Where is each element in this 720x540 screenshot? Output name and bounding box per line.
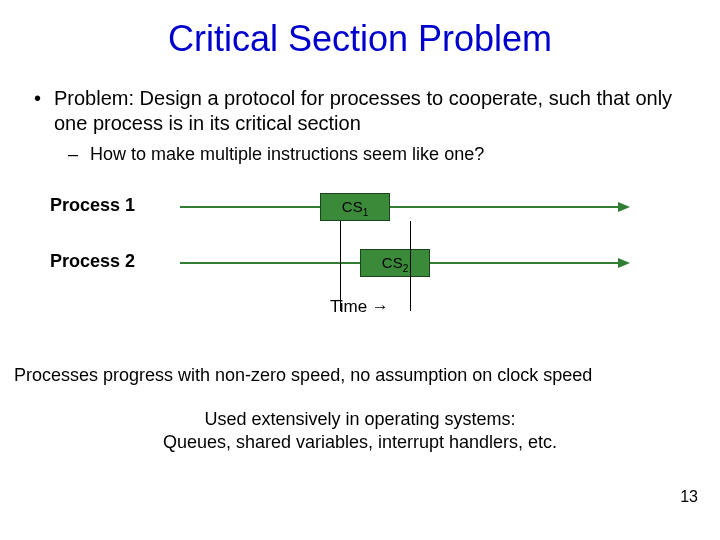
- footnote-2: Used extensively in operating systems: Q…: [0, 408, 720, 453]
- process1-arrowhead-icon: [618, 202, 630, 212]
- sub-bullet-text: How to make multiple instructions seem l…: [90, 144, 484, 165]
- cs2-box: CS2: [360, 249, 430, 277]
- cs1-label: CS: [342, 198, 363, 215]
- slide-title: Critical Section Problem: [0, 18, 720, 60]
- footnote-1: Processes progress with non-zero speed, …: [0, 365, 720, 386]
- page-number: 13: [680, 488, 698, 506]
- bullet-text: Problem: Design a protocol for processes…: [54, 86, 692, 136]
- process1-timeline: [180, 206, 620, 208]
- slide-body: • Problem: Design a protocol for process…: [0, 60, 720, 165]
- cs2-subscript: 2: [403, 263, 409, 274]
- time-axis-label: Time →: [330, 297, 389, 317]
- bullet-marker: •: [28, 86, 54, 111]
- process2-arrowhead-icon: [618, 258, 630, 268]
- process1-label: Process 1: [50, 195, 135, 216]
- process2-label: Process 2: [50, 251, 135, 272]
- footnote-2-line2: Queues, shared variables, interrupt hand…: [0, 431, 720, 454]
- sub-bullet-item: – How to make multiple instructions seem…: [28, 144, 692, 165]
- bullet-item: • Problem: Design a protocol for process…: [28, 86, 692, 136]
- cs2-label: CS: [382, 254, 403, 271]
- guide-line-2: [410, 221, 411, 311]
- cs1-subscript: 1: [363, 207, 369, 218]
- timeline-diagram: Process 1 CS1 Process 2 CS2 Time →: [40, 191, 680, 351]
- sub-bullet-marker: –: [68, 144, 90, 165]
- footnote-2-line1: Used extensively in operating systems:: [0, 408, 720, 431]
- cs1-box: CS1: [320, 193, 390, 221]
